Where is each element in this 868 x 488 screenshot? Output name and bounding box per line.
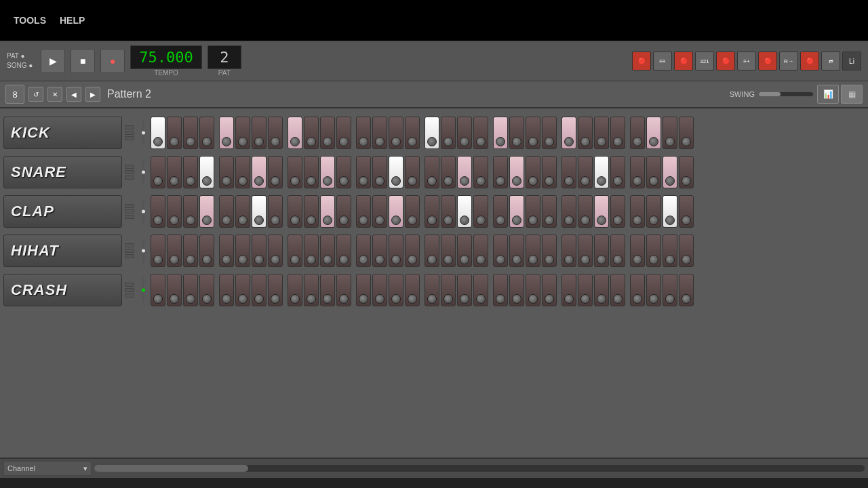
swing-slider[interactable] — [759, 92, 813, 96]
step-button[interactable] — [356, 156, 371, 188]
mini-btn[interactable] — [125, 204, 134, 208]
step-button[interactable] — [561, 156, 576, 188]
pattern-name[interactable]: Pattern 2 — [107, 88, 151, 100]
channel-label-clap[interactable]: CLAP — [3, 195, 122, 228]
mini-btn[interactable] — [125, 249, 134, 253]
step-button[interactable] — [405, 156, 420, 188]
step-button[interactable] — [473, 274, 488, 306]
step-button[interactable] — [663, 195, 677, 228]
step-button[interactable] — [405, 117, 420, 149]
step-button[interactable] — [473, 235, 488, 267]
step-button[interactable] — [578, 117, 593, 149]
step-button[interactable] — [542, 274, 557, 306]
step-button[interactable] — [288, 117, 302, 149]
step-button[interactable] — [493, 195, 508, 228]
step-button[interactable] — [646, 274, 661, 306]
next-pattern-button[interactable]: ▶ — [85, 87, 100, 102]
piano-roll-view-btn[interactable]: 📊 — [817, 85, 839, 104]
step-button[interactable] — [594, 274, 609, 306]
step-button[interactable] — [561, 195, 576, 228]
step-button[interactable] — [219, 156, 234, 188]
channel-volume-knob-crash[interactable] — [138, 274, 148, 306]
step-button[interactable] — [630, 235, 645, 267]
step-button[interactable] — [167, 195, 182, 228]
step-button[interactable] — [663, 117, 677, 149]
channel-label-snare[interactable]: SNARE — [3, 156, 122, 188]
toolbar-icon-9[interactable]: 🔴 — [800, 52, 819, 70]
mini-btn[interactable] — [125, 170, 134, 174]
toolbar-icon-2[interactable]: ≡≡ — [653, 52, 672, 70]
step-button[interactable] — [679, 235, 694, 267]
step-button[interactable] — [561, 235, 576, 267]
step-button[interactable] — [457, 156, 472, 188]
step-button[interactable] — [542, 235, 557, 267]
channel-label-kick[interactable]: KICK — [3, 117, 122, 149]
step-button[interactable] — [219, 195, 234, 228]
step-button[interactable] — [320, 195, 335, 228]
mini-btn[interactable] — [125, 293, 134, 298]
step-button[interactable] — [457, 274, 472, 306]
step-button[interactable] — [151, 156, 165, 188]
step-button[interactable] — [425, 156, 439, 188]
step-button[interactable] — [646, 117, 661, 149]
step-button[interactable] — [235, 156, 250, 188]
step-button[interactable] — [219, 117, 234, 149]
step-button[interactable] — [594, 117, 609, 149]
undo-button[interactable]: ↺ — [28, 87, 43, 102]
step-button[interactable] — [594, 156, 609, 188]
step-button[interactable] — [610, 195, 625, 228]
step-button[interactable] — [578, 274, 593, 306]
step-button[interactable] — [252, 117, 267, 149]
step-button[interactable] — [509, 117, 524, 149]
step-button[interactable] — [679, 274, 694, 306]
step-button[interactable] — [679, 117, 694, 149]
step-button[interactable] — [268, 195, 283, 228]
mini-btn[interactable] — [125, 131, 134, 135]
mini-btn[interactable] — [125, 254, 134, 258]
step-button[interactable] — [199, 117, 214, 149]
channel-volume-knob-hihat[interactable] — [138, 235, 148, 267]
step-button[interactable] — [610, 156, 625, 188]
toolbar-icon-10[interactable]: ⇄ — [821, 52, 840, 70]
toolbar-icon-6[interactable]: ≡+ — [737, 52, 756, 70]
step-button[interactable] — [304, 274, 319, 306]
step-button[interactable] — [304, 117, 319, 149]
step-button[interactable] — [336, 195, 351, 228]
step-button[interactable] — [441, 235, 456, 267]
channel-volume-knob-kick[interactable] — [138, 117, 148, 149]
step-button[interactable] — [509, 274, 524, 306]
step-button[interactable] — [441, 117, 456, 149]
step-button[interactable] — [473, 156, 488, 188]
help-menu[interactable]: HELP — [60, 15, 85, 26]
record-button[interactable]: ● — [100, 49, 125, 73]
step-button[interactable] — [252, 195, 267, 228]
step-button[interactable] — [441, 156, 456, 188]
channel-label-crash[interactable]: CRASH — [3, 274, 122, 306]
step-button[interactable] — [578, 195, 593, 228]
step-button[interactable] — [219, 235, 234, 267]
step-button[interactable] — [630, 117, 645, 149]
step-button[interactable] — [336, 274, 351, 306]
step-button[interactable] — [561, 274, 576, 306]
step-button[interactable] — [542, 156, 557, 188]
step-button[interactable] — [493, 274, 508, 306]
step-button[interactable] — [151, 195, 165, 228]
step-button[interactable] — [646, 235, 661, 267]
step-button[interactable] — [425, 235, 439, 267]
step-button[interactable] — [183, 274, 198, 306]
step-button[interactable] — [288, 274, 302, 306]
step-button[interactable] — [151, 235, 165, 267]
step-button[interactable] — [183, 117, 198, 149]
step-button[interactable] — [252, 235, 267, 267]
channel-volume-knob-clap[interactable] — [138, 195, 148, 228]
step-button[interactable] — [235, 195, 250, 228]
step-button[interactable] — [630, 274, 645, 306]
prev-pattern-button[interactable]: ◀ — [66, 87, 81, 102]
step-button[interactable] — [167, 117, 182, 149]
mini-btn[interactable] — [125, 243, 134, 247]
step-button[interactable] — [151, 117, 165, 149]
step-button[interactable] — [268, 274, 283, 306]
step-button[interactable] — [425, 195, 439, 228]
scrollbar-track[interactable] — [94, 465, 865, 472]
step-button[interactable] — [425, 274, 439, 306]
